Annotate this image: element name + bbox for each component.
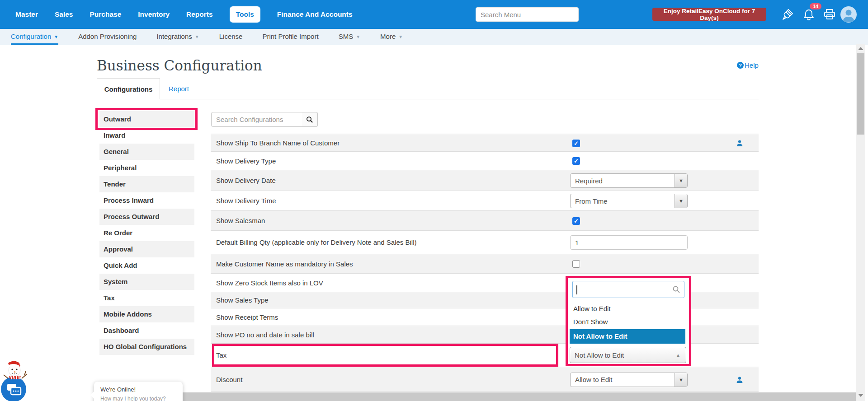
tab-configurations[interactable]: Configurations [97,78,160,99]
config-row-label: Tax [216,344,226,367]
subnav-item-label: Integrations [156,33,192,40]
dropdown-selected-display[interactable]: Not Allow to Edit ▲ [570,347,686,363]
chevron-down-icon: ▼ [675,373,687,387]
configuration-category-list: OutwardInwardGeneralPeripheralTenderProc… [99,111,194,355]
top-nav-items: MasterSalesPurchaseInventoryReportsTools… [0,6,353,23]
top-nav-item-tools[interactable]: Tools [230,6,260,23]
configurations-search-input[interactable] [211,112,302,127]
config-row-label: Show Delivery Time [216,191,276,210]
tax-dropdown-panel: Allow to EditDon't ShowNot Allow to Edit… [568,278,689,364]
vertical-scrollbar-thumb[interactable] [857,53,864,135]
sidebar-item-tax[interactable]: Tax [99,290,194,306]
config-row-discount: DiscountAllow to Edit▼ [211,367,759,392]
scroll-up-arrow-icon[interactable] [858,47,863,50]
config-select-show-delivery-time[interactable]: From Time▼ [570,194,688,208]
subnav-item-print-profile-import[interactable]: Print Profile Import [262,29,318,45]
config-select-show-delivery-date[interactable]: Required▼ [570,173,688,188]
config-row-label: Show Salesman [216,211,265,230]
config-input-default-billing-qty-applicable-only-for-delivery-note-and-sales-bill[interactable] [570,235,688,250]
subnav-item-addon-provisioning[interactable]: Addon Provisioning [78,29,137,45]
sidebar-item-system[interactable]: System [99,274,194,290]
config-row-label: Show Delivery Date [216,170,276,191]
chat-launcher-button[interactable] [1,377,26,401]
config-row-label: Show Receipt Terms [216,308,278,326]
sidebar-item-general[interactable]: General [99,144,194,160]
subnav-item-label: More [380,33,396,40]
chat-status-text: We're Online! [100,386,183,393]
sidebar-item-inward[interactable]: Inward [99,127,194,144]
top-nav-item-sales[interactable]: Sales [55,10,73,19]
sidebar-item-mobile-addons[interactable]: Mobile Addons [99,306,194,322]
dropdown-option-allow-to-edit[interactable]: Allow to Edit [570,302,685,315]
search-icon [306,116,313,123]
subnav-item-label: Configuration [11,33,51,40]
select-value: Allow to Edit [571,376,675,383]
config-checkbox-show-ship-to-branch-name-of-customer[interactable]: ✓ [572,140,580,147]
dropdown-option-don-t-show[interactable]: Don't Show [570,315,685,328]
config-row-label: Default Billing Qty (applicable only for… [216,231,417,254]
sidebar-item-re-order[interactable]: Re Order [99,225,194,241]
chevron-down-icon: ▼ [675,194,687,208]
sidebar-item-quick-add[interactable]: Quick Add [99,257,194,274]
config-row-label: Make Customer Name as mandatory in Sales [216,254,353,273]
dropdown-search-input[interactable] [572,281,684,298]
config-row-label: Show Sales Type [216,292,269,308]
top-nav-item-master[interactable]: Master [15,10,38,19]
sidebar-item-peripheral[interactable]: Peripheral [99,160,194,176]
config-checkbox-show-salesman[interactable]: ✓ [572,217,580,225]
config-row-show-delivery-date: Show Delivery DateRequired▼ [211,170,759,191]
subnav-item-label: License [219,33,243,40]
subnav-item-more[interactable]: More▼ [380,29,403,45]
config-select-discount[interactable]: Allow to Edit▼ [570,373,688,387]
configurations-search-button[interactable] [302,112,318,127]
config-row-show-salesman: Show Salesman✓ [211,211,759,231]
menu-search-input[interactable] [476,7,579,22]
config-row-show-delivery-type: Show Delivery Type✓ [211,152,759,170]
trial-offer-button[interactable]: Enjoy RetailEasy OnCloud for 7 Day(s) [652,8,766,21]
sidebar-item-tender[interactable]: Tender [99,176,194,192]
chevron-down-icon: ▼ [675,174,687,187]
config-checkbox-show-delivery-type[interactable]: ✓ [572,157,580,165]
help-question-icon: ? [737,62,744,69]
config-row-default-billing-qty-applicable-only-for-delivery-note-and-sales-bill: Default Billing Qty (applicable only for… [211,231,759,254]
sidebar-item-outward[interactable]: Outward [99,111,194,127]
chevron-down-icon: ▼ [356,34,360,39]
user-avatar[interactable] [840,6,857,23]
chevron-down-icon: ▼ [54,34,58,39]
subnav-item-label: Addon Provisioning [78,33,137,40]
chevron-down-icon: ▼ [398,34,403,39]
subnav-item-license[interactable]: License [219,29,243,45]
subnav-item-sms[interactable]: SMS▼ [339,29,360,45]
top-nav-item-finance-and-accounts[interactable]: Finance And Accounts [277,10,353,19]
chat-bubbles-icon [1,377,26,401]
sidebar-item-approval[interactable]: Approval [99,241,194,257]
select-value: Required [571,177,675,185]
chat-greeting-text: How may I help you today? [100,396,183,401]
top-nav-item-inventory[interactable]: Inventory [138,10,170,19]
user-level-config-icon[interactable] [736,140,743,147]
config-row-label: Show Zero Stock Items also in LOV [216,274,323,292]
scroll-down-arrow-icon[interactable] [858,394,863,397]
chevron-down-icon: ▼ [195,34,199,39]
sidebar-item-process-outward[interactable]: Process Outward [99,209,194,225]
chevron-up-icon: ▲ [676,353,680,358]
config-row-label: Discount [216,367,242,392]
top-nav-item-reports[interactable]: Reports [186,10,213,19]
printer-icon[interactable] [822,7,837,22]
horizontal-scrollbar-thumb[interactable] [107,392,856,401]
config-row-show-ship-to-branch-name-of-customer: Show Ship To Branch Name of Customer✓ [211,134,759,152]
config-checkbox-make-customer-name-as-mandatory-in-sales[interactable] [572,260,580,268]
dropdown-option-not-allow-to-edit[interactable]: Not Allow to Edit [570,329,685,344]
subnav-item-integrations[interactable]: Integrations▼ [156,29,199,45]
config-row-show-delivery-time: Show Delivery TimeFrom Time▼ [211,191,759,211]
text-cursor [576,285,577,294]
subnav-item-configuration[interactable]: Configuration▼ [11,29,58,45]
theme-brush-icon[interactable] [780,7,795,22]
user-level-config-icon[interactable] [736,376,743,383]
help-link[interactable]: ? Help [737,61,759,69]
sidebar-item-process-inward[interactable]: Process Inward [99,192,194,209]
top-nav-item-purchase[interactable]: Purchase [90,10,121,19]
sidebar-item-ho-global-configurations[interactable]: HO Global Configurations [99,339,194,355]
sidebar-item-dashboard[interactable]: Dashboard [99,322,194,339]
tab-report[interactable]: Report [169,78,189,99]
